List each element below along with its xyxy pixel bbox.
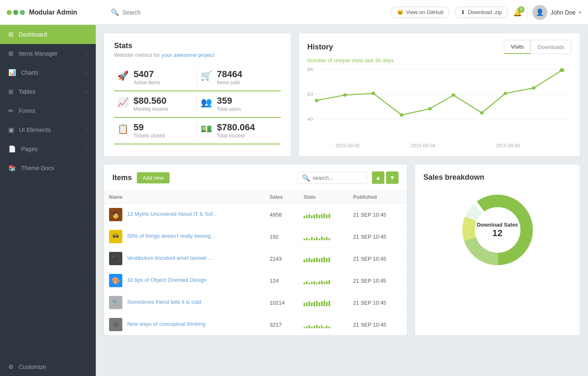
chart-icon: 📈 — [117, 97, 129, 108]
item-thumb: 🔧 — [109, 296, 122, 309]
avatar: 👤 — [532, 5, 547, 20]
sidebar-item-theme-docs[interactable]: 📚 Theme Docs — [0, 159, 96, 178]
svg-point-16 — [480, 111, 484, 115]
cards-row: Stats Website metrics for your awesome p… — [104, 33, 580, 156]
items-manager-icon: ⊞ — [8, 50, 14, 57]
item-published-cell: 21 SEP 10:45 — [348, 226, 407, 248]
stat-number: $80.560 — [134, 96, 168, 105]
table-row: 🎨 10 tips of Object Oriented Design 1242… — [104, 270, 407, 292]
mini-bar — [306, 215, 308, 218]
add-new-button[interactable]: Add new — [137, 172, 170, 183]
item-thumb: ⚫ — [109, 252, 122, 265]
item-link[interactable]: 50% of things doesn't really belong... — [127, 233, 215, 239]
item-thumb: 🕶 — [109, 230, 122, 243]
download-zip-button[interactable]: ⬇ Download .zip — [454, 7, 508, 18]
mini-bar — [321, 325, 323, 328]
sidebar-item-forms[interactable]: ✏ Forms — [0, 101, 96, 120]
stat-label: Items sold — [217, 80, 242, 85]
mini-bar — [313, 258, 315, 262]
topnav: Modular Admin 🔍 🐱 View on GitHub ⬇ Downl… — [0, 0, 588, 25]
item-stats-cell — [299, 314, 348, 336]
bell-badge: 8 — [518, 6, 525, 13]
github-icon: 🐱 — [397, 9, 403, 15]
chevron-right-icon: › — [86, 70, 87, 75]
table-row: 🧑 12 Myths Uncovered About IT & Sof... 4… — [104, 204, 407, 226]
view-github-button[interactable]: 🐱 View on GitHub — [391, 7, 450, 18]
mini-bar — [311, 327, 313, 328]
sidebar-item-label: Theme Docs — [21, 165, 54, 171]
tickets-icon: 📋 — [117, 124, 129, 134]
user-menu[interactable]: 👤 John Doe ▾ — [532, 5, 581, 20]
sort-buttons: ▲ ▼ — [372, 171, 398, 184]
mini-bar — [313, 215, 315, 218]
sidebar-item-label: Charts — [21, 69, 38, 76]
mini-bar — [316, 237, 318, 240]
mini-bar — [309, 239, 310, 240]
chevron-down-icon: ▾ — [579, 10, 581, 15]
sidebar-item-items-manager[interactable]: ⊞ Items Manager › — [0, 44, 96, 63]
mini-bar — [323, 213, 325, 218]
mini-bar — [328, 327, 330, 328]
items-search-input[interactable] — [313, 175, 362, 181]
svg-text:63: 63 — [307, 92, 313, 97]
users-icon: 👥 — [201, 97, 212, 108]
item-link[interactable]: 12 Myths Uncovered About IT & Sof... — [127, 211, 217, 217]
item-name-cell: 🧑 12 Myths Uncovered About IT & Sof... — [104, 204, 265, 226]
sort-down-button[interactable]: ▼ — [386, 171, 398, 184]
sort-up-button[interactable]: ▲ — [372, 171, 384, 184]
mini-bar — [316, 257, 318, 262]
search-input[interactable] — [122, 9, 205, 16]
sidebar-item-dashboard[interactable]: ⊞ Dashboard — [0, 25, 96, 44]
sidebar-item-customize[interactable]: ⚙ Customize — [0, 358, 96, 376]
pages-icon: 📄 — [8, 145, 16, 153]
charts-icon: 📊 — [8, 69, 16, 76]
mini-bar — [318, 215, 320, 218]
brand-dot-2 — [13, 10, 18, 15]
mini-bar — [326, 215, 328, 218]
bell-button[interactable]: 🔔 8 — [513, 8, 522, 17]
mini-bar — [311, 237, 313, 240]
svg-point-11 — [343, 93, 347, 97]
stat-number: $780.064 — [217, 123, 255, 132]
item-stats-cell — [299, 270, 348, 292]
mini-bar — [321, 258, 323, 262]
item-link[interactable]: 10 tips of Object Oriented Design — [127, 277, 207, 283]
mini-bar — [323, 300, 325, 306]
stat-monthly-income: 📈 $80.560 Monthly income — [114, 91, 197, 118]
mini-bar — [321, 281, 323, 284]
svg-point-13 — [400, 113, 403, 117]
history-tabs: Visits Downloads — [504, 40, 571, 54]
sidebar-item-tables[interactable]: ⊞ Tables › — [0, 82, 96, 101]
mini-bar — [323, 257, 325, 262]
layout: ⊞ Dashboard ⊞ Items Manager › 📊 Charts ›… — [0, 25, 588, 376]
sidebar-item-charts[interactable]: 📊 Charts › — [0, 63, 96, 82]
mini-bar — [323, 327, 325, 328]
stats-link[interactable]: your awesome project — [162, 52, 214, 58]
tab-visits[interactable]: Visits — [504, 40, 531, 54]
divider — [527, 6, 527, 19]
sidebar-item-ui-elements[interactable]: ▣ UI Elements › — [0, 120, 96, 139]
brand-dots — [7, 10, 25, 15]
theme-docs-icon: 📚 — [8, 164, 16, 172]
mini-bar — [323, 282, 325, 284]
svg-point-14 — [428, 107, 432, 110]
tab-downloads[interactable]: Downloads — [531, 40, 571, 54]
stats-card: Stats Website metrics for your awesome p… — [104, 33, 291, 156]
mini-bar — [304, 239, 305, 240]
mini-bar — [304, 303, 305, 306]
item-link[interactable]: Vestibulum tincidunt amet laoreet ... — [127, 255, 213, 261]
main-content: Stats Website metrics for your awesome p… — [96, 25, 588, 376]
sales-card: Sales breakdown — [415, 165, 580, 335]
item-link[interactable]: New ways of conceptual thinking — [127, 321, 206, 327]
mini-bar — [323, 238, 325, 240]
mini-bar — [306, 238, 308, 240]
sidebar-item-pages[interactable]: 📄 Pages › — [0, 139, 96, 159]
items-card: Items Add new 🔍 ▲ ▼ Name S — [104, 165, 407, 335]
mini-bar — [321, 237, 323, 240]
dollar-icon: 💵 — [201, 124, 212, 134]
topnav-actions: 🐱 View on GitHub ⬇ Download .zip 🔔 8 👤 J… — [391, 5, 581, 20]
item-link[interactable]: Sometimes friend tells it is cold — [127, 299, 201, 305]
stat-tickets-closed: 📋 59 Tickets closed — [114, 118, 197, 144]
mini-bar — [316, 282, 318, 284]
history-title: History — [307, 43, 333, 51]
